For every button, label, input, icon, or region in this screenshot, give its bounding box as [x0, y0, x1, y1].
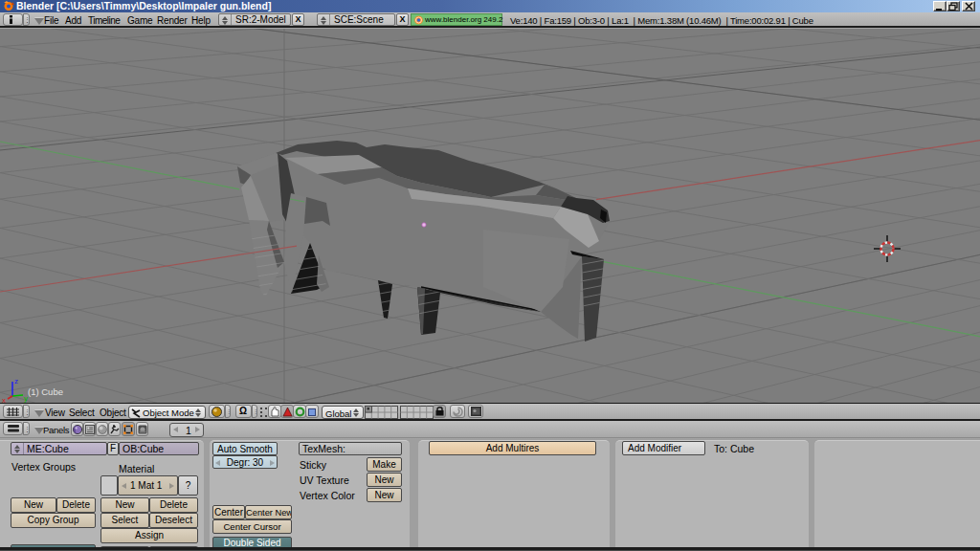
svg-text:(1) Cube: (1) Cube	[28, 386, 63, 397]
svg-text:x: x	[2, 396, 6, 403]
svg-text:z: z	[14, 377, 18, 386]
